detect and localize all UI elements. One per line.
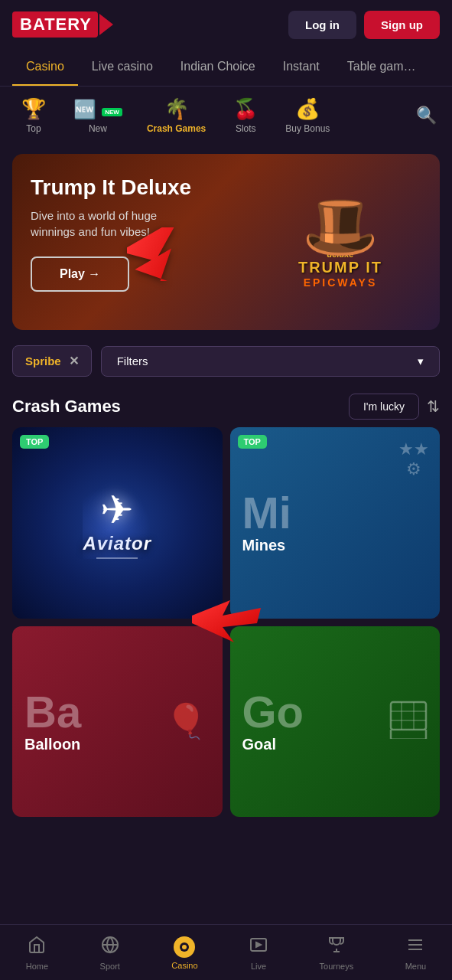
games-section-title: Crash Games	[12, 397, 121, 416]
mines-card-content: Mi Mines	[230, 475, 441, 570]
bottom-nav-casino[interactable]: Casino	[164, 933, 205, 973]
bottom-nav-casino-label: Casino	[171, 961, 197, 970]
casino-circle-icon	[174, 936, 195, 958]
banner-play-button[interactable]: Play →	[31, 256, 129, 292]
logo-arrow-icon	[99, 14, 113, 35]
cat-item-slots[interactable]: 🍒 Slots	[219, 93, 272, 139]
slots-icon: 🍒	[233, 97, 258, 121]
banner-description: Dive into a world of huge winnings and f…	[31, 207, 199, 240]
filter-dropdown[interactable]: Filters ▾	[101, 346, 440, 377]
bottom-nav-home[interactable]: Home	[18, 933, 56, 974]
cat-item-new[interactable]: 🆕 NEW New	[63, 93, 133, 139]
cat-item-top[interactable]: 🏆 Top	[8, 93, 60, 139]
search-icon[interactable]: 🔍	[408, 101, 444, 130]
filter-label: Filters	[117, 354, 148, 368]
bottom-nav-sport[interactable]: Sport	[93, 933, 128, 974]
sort-icon[interactable]: ⇅	[427, 397, 440, 416]
svg-point-12	[182, 945, 187, 949]
aviator-plane-icon: ✈	[83, 487, 151, 533]
buy-bonus-icon: 💰	[295, 97, 320, 121]
tourneys-icon	[327, 936, 346, 959]
home-icon	[28, 936, 46, 959]
header: BATERY Log in Sign up	[0, 0, 452, 49]
mines-big-letter: Mi	[242, 491, 428, 535]
filter-close-icon[interactable]: ✕	[69, 354, 79, 368]
top-icon: 🏆	[21, 97, 46, 121]
logo-name: BATERY	[20, 15, 92, 34]
top-nav: Casino Live casino Indian Choice Instant…	[0, 49, 452, 87]
header-buttons: Log in Sign up	[288, 11, 440, 39]
mines-top-badge: TOP	[238, 435, 267, 449]
game-card-mines[interactable]: TOP ★★ ⚙ Mi Mines	[230, 427, 441, 619]
category-nav: 🏆 Top 🆕 NEW New 🌴 Crash Games 🍒 Slots 💰 …	[0, 87, 452, 145]
new-icon: 🆕 NEW	[73, 97, 122, 121]
games-section-header: Crash Games I'm lucky ⇅	[0, 383, 452, 427]
new-badge: NEW	[102, 108, 122, 116]
live-icon	[249, 936, 268, 959]
games-actions: I'm lucky ⇅	[349, 394, 440, 420]
banner: Trump It Deluxe Dive into a world of hug…	[12, 154, 440, 330]
lucky-button[interactable]: I'm lucky	[349, 394, 419, 420]
bottom-nav-menu[interactable]: Menu	[398, 933, 434, 974]
bottom-nav-tourneys-label: Tourneys	[320, 962, 354, 971]
bottom-nav-live-label: Live	[251, 962, 266, 971]
game-card-goal[interactable]: Go Goal	[230, 626, 441, 818]
balloon-icon: 🎈	[165, 701, 207, 741]
nav-item-casino[interactable]: Casino	[12, 49, 78, 86]
cat-label-slots: Slots	[236, 123, 256, 134]
sport-icon	[101, 936, 119, 959]
crash-games-icon: 🌴	[164, 97, 189, 121]
nav-item-table-games[interactable]: Table gam…	[333, 49, 430, 86]
nav-item-instant[interactable]: Instant	[269, 49, 333, 86]
cat-label-top: Top	[26, 123, 41, 134]
game-card-balloon[interactable]: Ba Balloon 🎈	[12, 626, 223, 818]
logo-text: BATERY	[12, 11, 98, 38]
filter-row: Spribe ✕ Filters ▾	[0, 339, 452, 383]
logo: BATERY	[12, 11, 113, 38]
svg-rect-2	[391, 702, 426, 730]
bottom-nav-home-label: Home	[26, 962, 48, 971]
bottom-nav-menu-label: Menu	[405, 962, 427, 971]
mines-name: Mines	[242, 537, 428, 554]
aviator-top-badge: TOP	[20, 435, 49, 449]
bottom-nav-live[interactable]: Live	[242, 933, 275, 974]
aviator-logo: ✈ Aviator	[83, 487, 151, 559]
goal-net-icon	[389, 701, 428, 742]
cat-label-crash-games: Crash Games	[147, 123, 206, 134]
menu-icon	[406, 936, 424, 959]
bottom-nav-tourneys[interactable]: Tourneys	[312, 933, 362, 974]
chevron-down-icon: ▾	[418, 354, 424, 368]
bottom-nav-sport-label: Sport	[100, 962, 120, 971]
mines-stars-icon: ★★ ⚙	[398, 439, 429, 479]
game-card-aviator[interactable]: TOP ✈ Aviator	[12, 427, 223, 619]
cat-item-buy-bonus[interactable]: 💰 Buy Bonus	[275, 93, 340, 139]
cat-label-buy-bonus: Buy Bonus	[285, 123, 330, 134]
signup-button[interactable]: Sign up	[364, 11, 440, 39]
game-grid: TOP ✈ Aviator TOP ★★ ⚙ Mi Mines	[0, 427, 452, 829]
filter-tag-label: Spribe	[25, 354, 61, 368]
nav-item-indian-choice[interactable]: Indian Choice	[167, 49, 269, 86]
nav-item-live-casino[interactable]: Live casino	[78, 49, 167, 86]
cat-item-crash-games[interactable]: 🌴 Crash Games	[136, 93, 216, 139]
cat-label-new: New	[89, 123, 107, 134]
bottom-nav: Home Sport Casino Live	[0, 924, 452, 980]
filter-tag-spribe[interactable]: Spribe ✕	[12, 345, 92, 377]
login-button[interactable]: Log in	[288, 11, 356, 39]
banner-title: Trump It Deluxe	[31, 175, 421, 200]
